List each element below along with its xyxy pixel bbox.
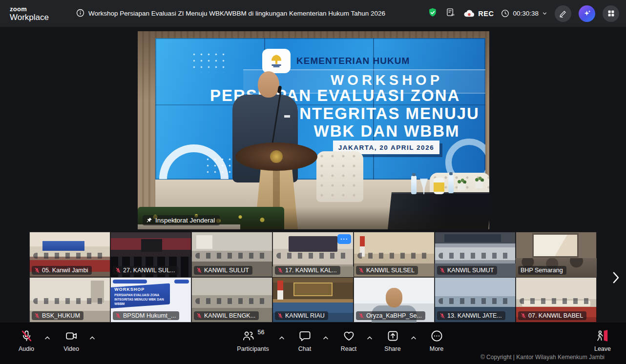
participant-name-tag: 05. Kanwil Jambi xyxy=(32,266,92,275)
participant-tile[interactable]: Oryza_KaBHP_Se... xyxy=(354,277,435,323)
pinned-participant-tag: Inspektorat Jenderal xyxy=(143,215,220,225)
water-bottle xyxy=(448,175,454,193)
decor-dots xyxy=(190,51,230,73)
plant-pot xyxy=(475,182,483,188)
react-button[interactable]: React xyxy=(333,327,364,352)
participants-silhouettes xyxy=(33,298,106,304)
participant-name-tag: KANWIL SUMUT xyxy=(437,266,497,275)
timer-value: 00:30:38 xyxy=(513,10,539,17)
more-button[interactable]: More xyxy=(421,327,452,352)
audio-button[interactable]: Audio xyxy=(11,327,42,352)
meeting-title: Workshop Persiapan Evaluasi ZI Menuju WB… xyxy=(88,10,385,17)
participant-name-tag: 07. KANWIL BABEL xyxy=(518,311,586,320)
participants-label: Participants xyxy=(237,345,269,352)
participant-name-tag: BSK_HUKUM xyxy=(32,311,83,320)
zoom-meeting-window: zoom Workplace Workshop Persiapan Evalua… xyxy=(0,0,626,364)
participant-name-tag: 13. KANWIL JATE... xyxy=(437,311,505,320)
chat-button[interactable]: Chat xyxy=(289,327,320,352)
leave-door-icon xyxy=(596,327,609,344)
ai-companion-button[interactable] xyxy=(579,5,595,22)
participant-tile[interactable]: 07. KANWIL BABEL xyxy=(516,277,597,323)
participant-tile[interactable]: BSK_HUKUM xyxy=(29,277,110,323)
share-options-caret[interactable] xyxy=(411,333,417,342)
camera-icon xyxy=(65,327,78,344)
brand-zoom: zoom xyxy=(10,6,49,12)
security-shield-icon[interactable] xyxy=(427,7,438,20)
mic-muted-icon xyxy=(20,327,33,344)
tufted-chair xyxy=(316,151,363,202)
participant-tile[interactable]: KANWIL SULSEL xyxy=(354,232,435,277)
participant-tile[interactable]: 13. KANWIL JATE... xyxy=(435,277,516,323)
video-options-caret[interactable] xyxy=(89,333,95,342)
participant-name: BPSDM Hukumt_... xyxy=(123,312,176,319)
participant-name-tag: Oryza_KaBHP_Se... xyxy=(356,311,425,320)
participants-silhouettes xyxy=(33,253,106,259)
participant-tile[interactable]: 27. KANWIL SUL... xyxy=(110,232,191,277)
info-icon[interactable] xyxy=(76,9,84,19)
clock-icon xyxy=(501,9,509,18)
participant-tile[interactable]: WORKSHOPPERSIAPAN EVALUASI ZONA INTEGRIT… xyxy=(110,277,191,323)
audio-options-caret[interactable] xyxy=(44,333,50,342)
participants-silhouettes xyxy=(520,298,592,304)
chat-label: Chat xyxy=(298,345,311,352)
participant-name-tag: 17. KANWIL KAL... xyxy=(275,266,340,275)
participant-name: 17. KANWIL KAL... xyxy=(285,267,337,274)
top-actions: REC 00:30:38 xyxy=(427,5,619,22)
audio-label: Audio xyxy=(19,345,34,352)
participant-menu-button[interactable]: ··· xyxy=(337,234,351,244)
participant-name: BHP Semarang xyxy=(521,267,563,274)
mic-muted-icon xyxy=(115,313,121,319)
participant-name: 13. KANWIL JATE... xyxy=(447,312,502,319)
gallery-next-page-button[interactable] xyxy=(607,267,624,288)
participant-tile[interactable]: ···17. KANWIL KAL... xyxy=(272,232,354,277)
apps-grid-button[interactable] xyxy=(603,5,619,22)
participants-silhouettes xyxy=(438,253,511,259)
participant-name: KANWIL SULSEL xyxy=(366,267,415,274)
participant-name: BSK_HUKUM xyxy=(42,312,80,319)
leave-button[interactable]: Leave xyxy=(587,327,618,352)
chevron-down-icon xyxy=(542,11,547,16)
mic-muted-icon xyxy=(277,267,283,273)
meeting-timer[interactable]: 00:30:38 xyxy=(501,9,547,18)
share-label: Share xyxy=(384,345,400,352)
participant-tile[interactable]: BHP Semarang xyxy=(516,232,597,277)
zoom-workplace-logo: zoom Workplace xyxy=(10,6,49,21)
participant-tile[interactable]: KANWIL SUMUT xyxy=(435,232,516,277)
participant-name-tag: KANWIL BENGK... xyxy=(194,311,259,320)
captions-transcript-icon[interactable] xyxy=(445,7,456,20)
participants-button[interactable]: 56 Participants xyxy=(230,327,276,352)
podium-emblem xyxy=(235,142,317,171)
chat-options-caret[interactable] xyxy=(323,333,329,342)
participant-tile[interactable]: KANWIL BENGK... xyxy=(191,277,272,323)
participant-name: Oryza_KaBHP_Se... xyxy=(366,312,422,319)
participant-tile[interactable]: KANWIL SULUT xyxy=(191,232,272,277)
video-button[interactable]: Video xyxy=(56,327,87,352)
cloud-recording-icon xyxy=(463,9,475,18)
mic-muted-icon xyxy=(358,267,364,273)
speaker-head xyxy=(258,71,279,98)
sparkle-icon xyxy=(583,9,592,18)
share-button[interactable]: Share xyxy=(377,327,408,352)
participants-options-caret[interactable] xyxy=(279,333,285,342)
plant-pot xyxy=(458,183,465,190)
react-options-caret[interactable] xyxy=(367,333,373,342)
annotate-button[interactable] xyxy=(555,5,571,22)
participants-silhouettes xyxy=(195,253,268,259)
participant-name: KANWIL BENGK... xyxy=(204,312,255,319)
participant-tile[interactable]: KANWIL RIAU xyxy=(272,277,354,323)
chat-icon xyxy=(298,327,312,344)
leave-label: Leave xyxy=(594,345,611,352)
poster-body: PERSIAPAN EVALUASI ZONA INTEGRITAS MENUJ… xyxy=(114,293,165,306)
participant-name: 07. KANWIL BABEL xyxy=(528,312,583,319)
heart-icon xyxy=(342,327,355,344)
mic-muted-icon xyxy=(196,267,202,273)
participant-name-tag: 27. KANWIL SUL... xyxy=(113,266,179,275)
participant-tile[interactable]: 05. Kanwil Jambi xyxy=(29,232,110,277)
mic-muted-icon xyxy=(439,267,445,273)
snack-jar xyxy=(434,178,444,194)
pinned-video-tile[interactable]: KEMENTERIAN HUKUM WORKSHOP PERSIAPAN EVA… xyxy=(138,31,489,229)
mic-muted-icon xyxy=(358,313,364,319)
recording-indicator[interactable]: REC xyxy=(463,9,494,18)
participants-silhouettes xyxy=(276,253,349,259)
participants-count: 56 xyxy=(258,329,265,336)
